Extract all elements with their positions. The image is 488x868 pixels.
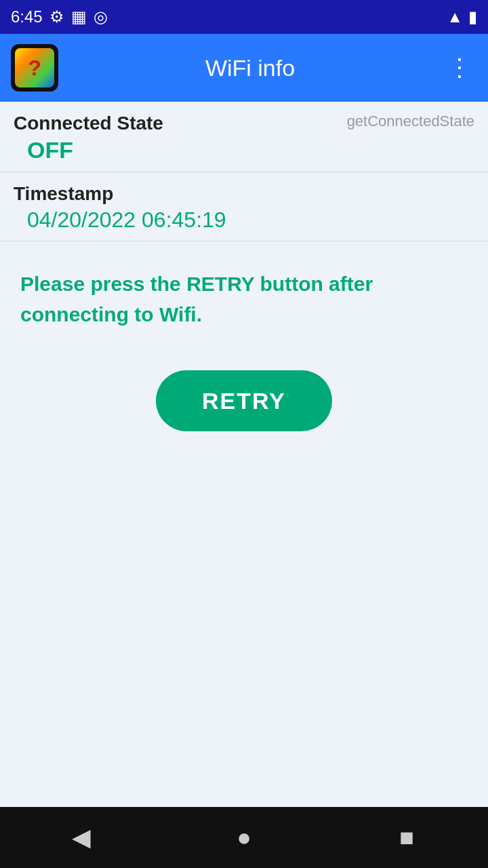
- signal-icon: ▲: [447, 7, 463, 26]
- logo-inner: ?: [15, 48, 54, 87]
- connected-state-value: OFF: [14, 137, 474, 163]
- sim-icon: ▦: [71, 7, 87, 26]
- app-logo: ?: [11, 44, 58, 92]
- recent-button[interactable]: [383, 814, 430, 861]
- connected-state-label: Connected State: [14, 113, 163, 134]
- timestamp-row: Timestamp 04/20/2022 06:45:19: [0, 172, 488, 241]
- connected-state-row: Connected State getConnectedState OFF: [0, 102, 488, 172]
- content: Connected State getConnectedState OFF Ti…: [0, 102, 488, 807]
- nav-bar: [0, 807, 488, 868]
- app-title: WiFi info: [69, 55, 431, 81]
- message-area: Please press the RETRY button after conn…: [0, 241, 488, 343]
- back-button[interactable]: [58, 814, 105, 861]
- status-left: 6:45 ⚙ ▦ ◎: [11, 7, 108, 26]
- app-bar: ? WiFi info ⋮: [0, 34, 488, 102]
- status-bar: 6:45 ⚙ ▦ ◎ ▲ ▮: [0, 0, 488, 34]
- battery-icon: ▮: [468, 7, 477, 26]
- timestamp-header: Timestamp: [14, 183, 474, 205]
- timestamp-value: 04/20/2022 06:45:19: [14, 208, 474, 233]
- settings-icon: ⚙: [49, 7, 64, 26]
- retry-message: Please press the RETRY button after conn…: [20, 269, 468, 330]
- retry-button[interactable]: RETRY: [156, 370, 332, 431]
- circle-icon: ◎: [94, 7, 108, 26]
- status-right: ▲ ▮: [447, 7, 477, 26]
- retry-button-container: RETRY: [0, 370, 488, 431]
- connected-state-header: Connected State getConnectedState: [14, 113, 474, 134]
- get-connected-state-action: getConnectedState: [347, 113, 474, 130]
- menu-icon[interactable]: ⋮: [442, 48, 477, 87]
- time-display: 6:45: [11, 7, 43, 26]
- timestamp-label: Timestamp: [14, 183, 113, 205]
- home-button[interactable]: [220, 814, 268, 861]
